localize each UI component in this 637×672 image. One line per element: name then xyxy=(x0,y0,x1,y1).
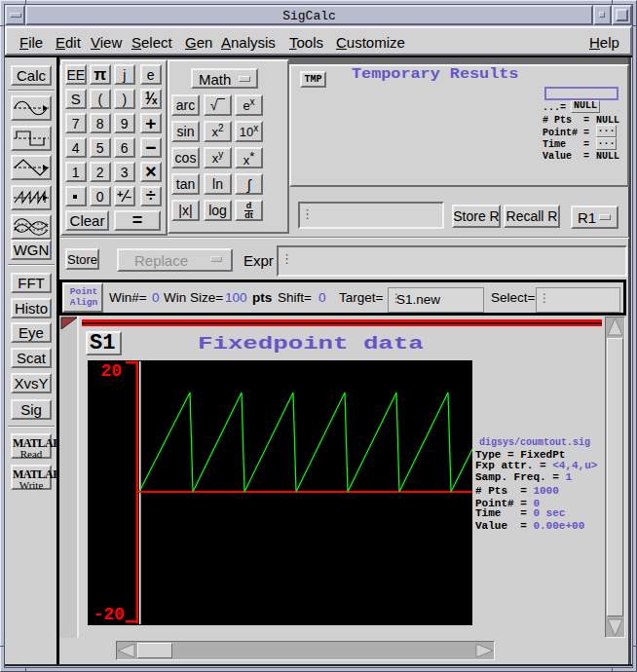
svg-text:20: 20 xyxy=(101,361,123,381)
svg-text:-20: -20 xyxy=(94,605,125,624)
